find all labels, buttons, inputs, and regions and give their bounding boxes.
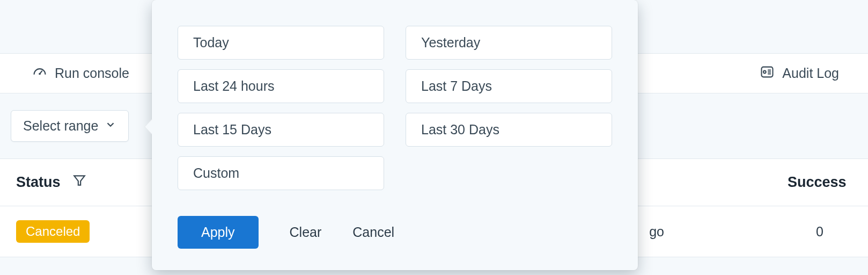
cancel-button[interactable]: Cancel <box>352 225 394 240</box>
success-value: 0 <box>816 224 823 239</box>
range-option-last-24-hours[interactable]: Last 24 hours <box>178 69 384 103</box>
column-header-success[interactable]: Success <box>788 174 852 191</box>
popover-actions: Apply Clear Cancel <box>178 216 612 249</box>
column-header-label: Status <box>16 174 61 191</box>
gauge-icon <box>32 64 47 83</box>
range-option-last-7-days[interactable]: Last 7 Days <box>406 69 612 103</box>
column-header-label: Success <box>788 174 847 190</box>
svg-line-1 <box>40 70 42 74</box>
range-option-custom[interactable]: Custom <box>178 156 384 190</box>
clear-button[interactable]: Clear <box>290 225 322 240</box>
range-option-last-30-days[interactable]: Last 30 Days <box>406 113 612 147</box>
status-badge: Canceled <box>16 220 90 243</box>
cell-status: Canceled <box>16 220 90 243</box>
tab-run-console[interactable]: Run console <box>32 64 129 83</box>
svg-marker-7 <box>74 176 85 185</box>
range-options-grid: Today Yesterday Last 24 hours Last 7 Day… <box>178 26 612 190</box>
range-option-yesterday[interactable]: Yesterday <box>406 26 612 60</box>
apply-button[interactable]: Apply <box>178 216 259 249</box>
time-fragment: go <box>649 224 664 240</box>
chevron-down-icon <box>105 118 116 134</box>
date-range-popover: Today Yesterday Last 24 hours Last 7 Day… <box>152 0 638 270</box>
range-option-today[interactable]: Today <box>178 26 384 60</box>
app-root: Run console Audit Log Select range <box>0 0 868 275</box>
column-header-status[interactable]: Status <box>16 173 86 191</box>
filter-icon[interactable] <box>72 173 86 191</box>
audit-log-icon <box>760 64 775 83</box>
svg-point-3 <box>763 70 766 73</box>
tab-label: Audit Log <box>782 66 839 81</box>
range-option-last-15-days[interactable]: Last 15 Days <box>178 113 384 147</box>
select-range-dropdown[interactable]: Select range <box>11 110 129 142</box>
tab-label: Run console <box>55 66 129 81</box>
tab-audit-log[interactable]: Audit Log <box>760 64 839 83</box>
select-range-label: Select range <box>23 118 98 134</box>
cell-success: 0 <box>788 224 852 240</box>
